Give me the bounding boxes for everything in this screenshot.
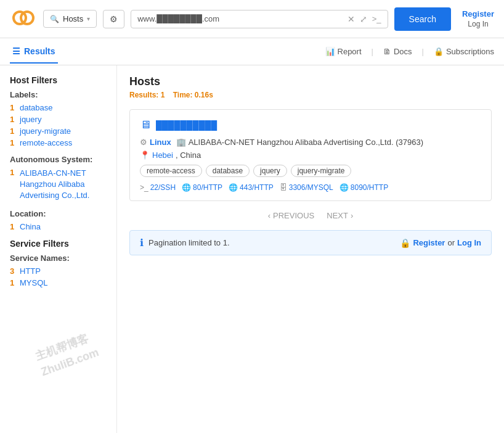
port-443[interactable]: 🌐 443/HTTP (229, 183, 274, 192)
service-filters-title: Service Filters (10, 239, 107, 249)
tab-results[interactable]: ☰ Results (10, 40, 58, 64)
search-button[interactable]: Search (394, 7, 451, 31)
nav-divider: | (372, 47, 373, 56)
port-22[interactable]: >_ 22/SSH (140, 183, 176, 192)
host-detail-row: ⚙ Linux 🏢 ALIBABA-CN-NET Hangzhou Alibab… (140, 138, 481, 147)
tab-subscriptions[interactable]: 🔒 Subscriptions (434, 47, 494, 56)
search-bar: ✕ ⤢ >_ (131, 10, 388, 28)
header: 🔍 Hosts ▾ ⚙ ✕ ⤢ >_ Search Register Log I… (0, 0, 504, 38)
nav-tabs: ☰ Results 📊 Report | 🗎 Docs | 🔒 Subscrip… (0, 38, 504, 65)
tab-report-label: Report (338, 47, 362, 56)
notice-left: ℹ Pagination limited to 1. (140, 237, 230, 249)
logo[interactable] (10, 4, 37, 33)
terminal-icon[interactable]: >_ (372, 14, 381, 23)
tag-jquery-migrate[interactable]: jquery-migrate (291, 165, 352, 177)
content-title: Hosts (129, 75, 492, 88)
settings-button[interactable]: ⚙ (103, 10, 124, 28)
tag-database[interactable]: database (206, 165, 250, 177)
monitor-icon: 🖥 (140, 118, 151, 131)
gear-small-icon: ⚙ (140, 138, 147, 147)
list-item[interactable]: 1 jquery (10, 115, 107, 124)
chevron-right-icon: › (351, 211, 353, 220)
list-item[interactable]: 1 jquery-migrate (10, 126, 107, 136)
host-card: 🖥 ██████████ ⚙ Linux 🏢 ALIBABA-CN-NET Ha… (129, 109, 492, 201)
time-label: Time: (173, 91, 195, 99)
content-meta: Results: 1 Time: 0.16s (129, 91, 492, 99)
os-label: ⚙ Linux (140, 138, 171, 147)
db-icon-3306: 🗄 (280, 183, 287, 192)
notice-or: or (447, 238, 455, 247)
sidebar-label-items: 1 database 1 jquery 1 jquery-migrate 1 r… (10, 103, 107, 147)
port-443-label: 443/HTTP (240, 183, 274, 192)
port-3306[interactable]: 🗄 3306/MYSQL (280, 183, 333, 192)
globe-icon-443: 🌐 (229, 183, 238, 192)
lock-icon: 🔒 (434, 47, 444, 56)
location-section: Location: 1 China (10, 209, 107, 231)
location-region: Hebei (152, 151, 173, 160)
search-type-label: Hosts (63, 14, 83, 23)
port-22-label: 22/SSH (150, 183, 176, 192)
globe-icon-80: 🌐 (182, 183, 191, 192)
next-button[interactable]: NEXT › (327, 211, 353, 220)
notice-login-link[interactable]: Log In (457, 238, 481, 247)
tab-docs-label: Docs (394, 47, 412, 56)
pagination-row: ‹ PREVIOUS NEXT › (129, 211, 492, 220)
auth-links: Register Log In (462, 9, 494, 28)
register-link[interactable]: Register (462, 9, 494, 19)
list-item[interactable]: 1 MYSQL (10, 278, 107, 287)
expand-icon[interactable]: ⤢ (360, 14, 367, 24)
os-text: Linux (150, 138, 171, 147)
chevron-left-icon: ‹ (268, 211, 270, 220)
tag-jquery[interactable]: jquery (253, 165, 287, 177)
pagination-notice: ℹ Pagination limited to 1. 🔒 Register or… (129, 230, 492, 255)
host-header: 🖥 ██████████ (140, 118, 481, 131)
list-item[interactable]: 1 remote-access (10, 138, 107, 147)
sidebar: Host Filters Labels: 1 database 1 jquery… (0, 65, 117, 433)
tab-report[interactable]: 📊 Report (325, 47, 362, 56)
port-80[interactable]: 🌐 80/HTTP (182, 183, 222, 192)
login-link[interactable]: Log In (468, 20, 488, 28)
port-80-label: 80/HTTP (193, 183, 222, 192)
location-country: , China (176, 151, 201, 160)
results-count: 1 (161, 91, 165, 99)
sidebar-section-title: Host Filters (10, 75, 107, 85)
info-icon: ℹ (140, 237, 144, 249)
autonomous-title: Autonomous System: (10, 155, 107, 164)
content: Hosts Results: 1 Time: 0.16s 🖥 █████████… (117, 65, 504, 433)
terminal-port-icon: >_ (140, 183, 148, 192)
port-3306-label: 3306/MYSQL (289, 183, 333, 192)
lock-notice-icon: 🔒 (400, 238, 410, 248)
location-pin-icon: 📍 (140, 151, 150, 160)
list-item[interactable]: 1 database (10, 103, 107, 112)
location-title: Location: (10, 209, 107, 218)
results-label: Results: (129, 91, 161, 99)
tab-results-label: Results (24, 46, 55, 56)
list-item[interactable]: 1 China (10, 222, 107, 231)
ports-row: >_ 22/SSH 🌐 80/HTTP 🌐 443/HTTP 🗄 3306/MY… (140, 183, 481, 192)
search-icon: 🔍 (50, 15, 59, 23)
org-text: ALIBABA-CN-NET Hangzhou Alibaba Advertis… (189, 138, 423, 147)
docs-icon: 🗎 (383, 47, 391, 56)
port-8090-label: 8090/HTTP (351, 183, 388, 192)
tab-docs[interactable]: 🗎 Docs (383, 47, 412, 56)
tags-row: remote-access database jquery jquery-mig… (140, 165, 481, 177)
results-icon: ☰ (12, 46, 20, 56)
globe-icon-8090: 🌐 (339, 183, 349, 192)
tab-subscriptions-label: Subscriptions (446, 47, 494, 56)
port-8090[interactable]: 🌐 8090/HTTP (339, 183, 388, 192)
tag-remote-access[interactable]: remote-access (140, 165, 202, 177)
org-label: 🏢 ALIBABA-CN-NET Hangzhou Alibaba Advert… (176, 138, 423, 147)
search-type-button[interactable]: 🔍 Hosts ▾ (43, 10, 97, 28)
gear-icon: ⚙ (110, 14, 118, 24)
notice-register-link[interactable]: Register (413, 238, 445, 247)
nav-right: 📊 Report | 🗎 Docs | 🔒 Subscriptions (325, 47, 494, 56)
notice-right: 🔒 Register or Log In (400, 238, 481, 248)
main-layout: Host Filters Labels: 1 database 1 jquery… (0, 65, 504, 433)
clear-icon[interactable]: ✕ (348, 14, 355, 24)
service-names-title: Service Names: (10, 254, 107, 263)
list-item[interactable]: 1 ALIBABA-CN-NET Hangzhou Alibaba Advert… (10, 168, 107, 202)
list-item[interactable]: 3 HTTP (10, 266, 107, 276)
previous-button[interactable]: ‹ PREVIOUS (268, 211, 315, 220)
host-ip[interactable]: ██████████ (156, 120, 217, 130)
search-input[interactable] (137, 14, 343, 23)
